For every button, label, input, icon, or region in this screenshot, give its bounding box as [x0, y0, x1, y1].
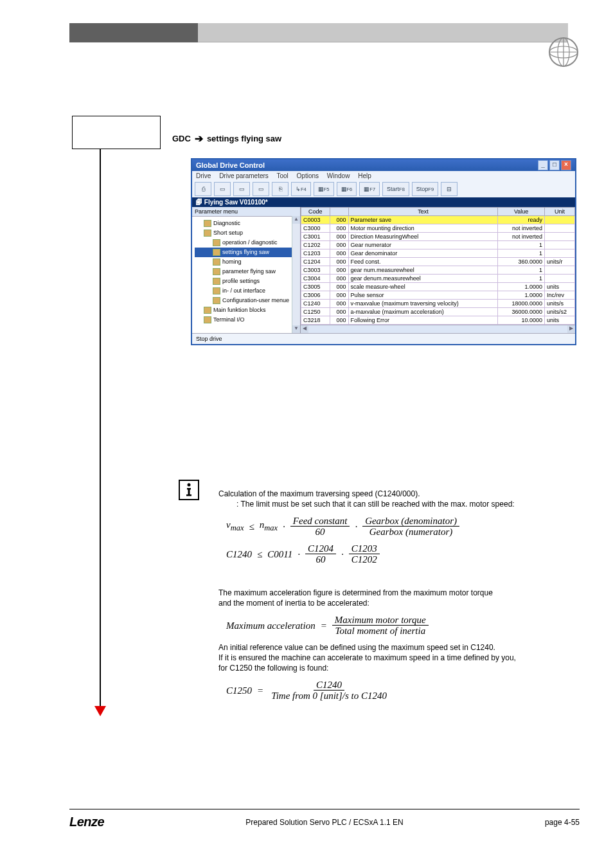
cell-text: gear num.measurewheel [348, 266, 498, 275]
toolbar-button[interactable]: ⎙ [195, 182, 211, 196]
cell-sub: 000 [330, 300, 348, 308]
toolbar-button[interactable]: ⊟ [441, 182, 458, 196]
tree-item[interactable]: parameter flying saw [195, 267, 299, 276]
table-row[interactable]: C1203000Gear denominator1 [301, 249, 575, 258]
table-row[interactable]: C3000000Motor mounting directionnot inve… [301, 224, 575, 233]
cell-value: not inverted [498, 224, 545, 233]
parameter-tree[interactable]: Parameter menu DiagnosticShort setupoper… [192, 207, 301, 333]
table-row[interactable]: C3005000scale measure-wheel1.0000units [301, 283, 575, 291]
gdc-menubar[interactable]: Drive Drive parameters Tool Options Wind… [192, 171, 575, 181]
col-code[interactable]: Code [301, 208, 330, 216]
tree-item[interactable]: Terminal I/O [195, 315, 299, 325]
cell-value: 18000.0000 [498, 300, 545, 308]
table-row[interactable]: C1202000Gear numerator1 [301, 241, 575, 249]
minimize-button[interactable]: _ [538, 160, 548, 170]
col-value[interactable]: Value [498, 208, 545, 216]
cell-code: C3000 [301, 224, 330, 233]
table-row[interactable]: C3218000Following Error10.0000units [301, 316, 575, 325]
cell-value: 36000.0000 [498, 308, 545, 316]
cell-text: v-maxvalue (maximum traversing velocity) [348, 300, 498, 308]
tree-item[interactable]: Main funktion blocks [195, 305, 299, 315]
cell-unit: units/s2 [545, 308, 575, 316]
flow-arrow-down-icon [94, 706, 106, 716]
cell-text: gear denum.measurewheel [348, 275, 498, 283]
tree-item[interactable]: Configuration-user menue [195, 296, 299, 305]
col-text[interactable]: Text [348, 208, 498, 216]
table-row[interactable]: C3006000Pulse sensor1.0000Inc/rev [301, 291, 575, 300]
cell-sub: 000 [330, 249, 348, 258]
cell-sub: 000 [330, 216, 348, 224]
footer-page: page 4-55 [545, 818, 580, 827]
section-caption: GDC ➔ settings flying saw [172, 132, 281, 145]
cell-sub: 000 [330, 308, 348, 316]
cell-code: C1203 [301, 249, 330, 258]
globe-icon [547, 36, 580, 68]
maximize-button[interactable]: □ [549, 160, 560, 170]
gdc-doc-title: Flying Saw V010100* [204, 199, 268, 206]
toolbar-button[interactable]: ⎘ [272, 182, 289, 196]
cell-code: C3006 [301, 291, 330, 300]
gdc-window: Global Drive Control _ □ × Drive Drive p… [191, 158, 576, 345]
gdc-titlebar[interactable]: Global Drive Control _ □ × [192, 159, 575, 171]
parameter-grid[interactable]: Code Text Value Unit C0003000Parameter s… [301, 207, 575, 333]
tree-item[interactable]: operation / diagnostic [195, 238, 299, 248]
cell-text: Gear numerator [348, 241, 498, 249]
cell-text: Following Error [348, 316, 498, 325]
table-row[interactable]: C1240000v-maxvalue (maximum traversing v… [301, 300, 575, 308]
col-sub[interactable] [330, 208, 348, 216]
menu-window[interactable]: Window [327, 172, 350, 179]
table-row[interactable]: C1204000Feed const.360.0000units/r [301, 258, 575, 266]
tree-item-label: operation / diagnostic [222, 238, 278, 248]
table-row[interactable]: C3004000gear denum.measurewheel1 [301, 275, 575, 283]
menu-drive-parameters[interactable]: Drive parameters [219, 172, 269, 179]
menu-drive[interactable]: Drive [196, 172, 211, 179]
toolbar-f7[interactable]: ▦F7 [359, 182, 380, 196]
toolbar-button[interactable]: ▭ [233, 182, 250, 196]
tree-item[interactable]: Short setup [195, 228, 299, 238]
toolbar-button[interactable]: ▭ [214, 182, 231, 196]
menu-options[interactable]: Options [297, 172, 319, 179]
cell-unit [545, 216, 575, 224]
header-dark-segment [69, 23, 198, 42]
cell-text: Direction MeasuringWheel [348, 233, 498, 241]
cell-code: C1202 [301, 241, 330, 249]
cell-code: C3001 [301, 233, 330, 241]
tree-item-label: homing [222, 257, 242, 267]
table-row[interactable]: C0003000Parameter saveready [301, 216, 575, 224]
table-row[interactable]: C1250000a-maxvalue (maximum acceleration… [301, 308, 575, 316]
menu-help[interactable]: Help [358, 172, 371, 179]
table-row[interactable]: C3003000gear num.measurewheel1 [301, 266, 575, 275]
cell-code: C1204 [301, 258, 330, 266]
cell-unit [545, 241, 575, 249]
cell-unit: Inc/rev [545, 291, 575, 300]
menu-tool[interactable]: Tool [276, 172, 288, 179]
page-footer: Lenze Prepared Solution Servo PLC / ECSx… [69, 809, 580, 829]
tree-item-label: Short setup [213, 228, 243, 238]
para-ref-3: for C1250 the following is found: [218, 663, 565, 673]
cell-value: 1 [498, 241, 545, 249]
toolbar-button[interactable]: ▭ [253, 182, 269, 196]
toolbar-stop[interactable]: Stop F9 [412, 182, 438, 196]
toolbar-start[interactable]: Start F8 [382, 182, 409, 196]
tree-item[interactable]: in- / out interface [195, 286, 299, 296]
tree-item[interactable]: settings flying saw [195, 248, 299, 257]
toolbar-f4[interactable]: ↳F4 [291, 182, 311, 196]
toolbar-f6[interactable]: ▦F6 [337, 182, 357, 196]
tree-item-label: Main funktion blocks [213, 305, 266, 315]
toolbar-f5[interactable]: ▦F5 [314, 182, 334, 196]
gdc-toolbar: ⎙ ▭ ▭ ▭ ⎘ ↳F4 ▦F5 ▦F6 ▦F7 Start F8 Stop … [192, 181, 575, 197]
grid-h-scrollbar[interactable] [301, 325, 575, 333]
footer-logo: Lenze [69, 815, 104, 829]
tree-item[interactable]: Diagnostic [195, 219, 299, 228]
tree-item[interactable]: homing [195, 257, 299, 267]
gdc-doc-strip: 🗐 Flying Saw V010100* [192, 197, 575, 207]
close-button[interactable]: × [561, 160, 571, 170]
tree-scrollbar[interactable] [292, 216, 300, 333]
cell-unit [545, 249, 575, 258]
col-unit[interactable]: Unit [545, 208, 575, 216]
table-row[interactable]: C3001000Direction MeasuringWheelnot inve… [301, 233, 575, 241]
cell-sub: 000 [330, 224, 348, 233]
folder-icon [213, 278, 220, 285]
tree-item[interactable]: profile settings [195, 276, 299, 286]
folder-icon [213, 258, 220, 266]
